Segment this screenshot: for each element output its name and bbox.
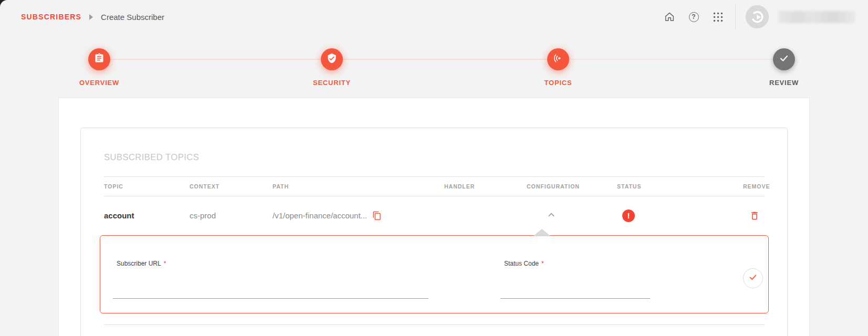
broadcast-icon — [552, 52, 564, 66]
main-panel: SUBSCRIBED TOPICS TOPIC CONTEXT PATH HAN… — [58, 98, 810, 336]
section-title: SUBSCRIBED TOPICS — [104, 152, 199, 162]
check-icon — [778, 52, 790, 66]
subscriber-url-label: Subscriber URL* — [117, 260, 166, 267]
configuration-cell — [527, 209, 617, 223]
required-asterisk: * — [541, 260, 544, 267]
step-review-label: REVIEW — [747, 79, 821, 87]
app-window: SUBSCRIBERS Create Subscriber ? — [0, 0, 868, 336]
topics-table: TOPIC CONTEXT PATH HANDLER CONFIGURATION… — [104, 176, 765, 235]
path-cell: /v1/open-finance/account... — [273, 211, 444, 220]
subscriber-url-input[interactable] — [113, 285, 428, 299]
step-topics-label: TOPICS — [521, 79, 595, 87]
clipboard-icon — [94, 53, 104, 66]
table-row: account cs-prod /v1/open-finance/account… — [104, 196, 765, 235]
step-security[interactable]: SECURITY — [295, 48, 369, 87]
stepper-connector — [110, 59, 321, 60]
panel-notch — [533, 229, 551, 236]
table-header-row: TOPIC CONTEXT PATH HANDLER CONFIGURATION… — [104, 176, 765, 196]
wizard-stepper: OVERVIEW SECURITY — [0, 0, 868, 89]
col-configuration: CONFIGURATION — [527, 183, 617, 190]
step-review[interactable]: REVIEW — [747, 48, 821, 87]
row-divider — [104, 324, 765, 325]
step-overview[interactable]: OVERVIEW — [62, 48, 136, 87]
chevron-up-icon[interactable] — [546, 209, 557, 220]
step-overview-label: OVERVIEW — [62, 79, 136, 87]
status-cell: ! — [617, 209, 743, 222]
copy-icon[interactable] — [372, 211, 382, 220]
stepper-connector — [343, 59, 547, 60]
confirm-configuration-button[interactable] — [743, 268, 763, 288]
col-topic: TOPIC — [104, 183, 190, 190]
col-status: STATUS — [617, 183, 743, 190]
stepper-connector — [569, 59, 773, 60]
col-context: CONTEXT — [190, 183, 273, 190]
path-text: /v1/open-finance/account... — [273, 211, 367, 220]
subscribed-topics-card: SUBSCRIBED TOPICS TOPIC CONTEXT PATH HAN… — [80, 128, 788, 336]
col-remove: REMOVE — [743, 183, 772, 190]
check-icon — [748, 272, 758, 285]
trash-icon[interactable] — [749, 211, 760, 221]
page-surface: SUBSCRIBERS Create Subscriber ? — [0, 0, 868, 336]
required-asterisk: * — [164, 260, 166, 267]
shield-check-icon — [327, 53, 337, 66]
step-topics[interactable]: TOPICS — [521, 48, 595, 87]
topic-cell: account — [104, 211, 190, 220]
col-handler: HANDLER — [444, 183, 527, 190]
status-code-input[interactable] — [500, 285, 650, 299]
error-icon: ! — [622, 209, 635, 222]
col-path: PATH — [273, 183, 444, 190]
context-cell: cs-prod — [190, 211, 273, 220]
status-code-label: Status Code* — [504, 260, 544, 267]
step-security-label: SECURITY — [295, 79, 369, 87]
topic-configuration-panel: Subscriber URL* Status Code* — [100, 235, 769, 313]
